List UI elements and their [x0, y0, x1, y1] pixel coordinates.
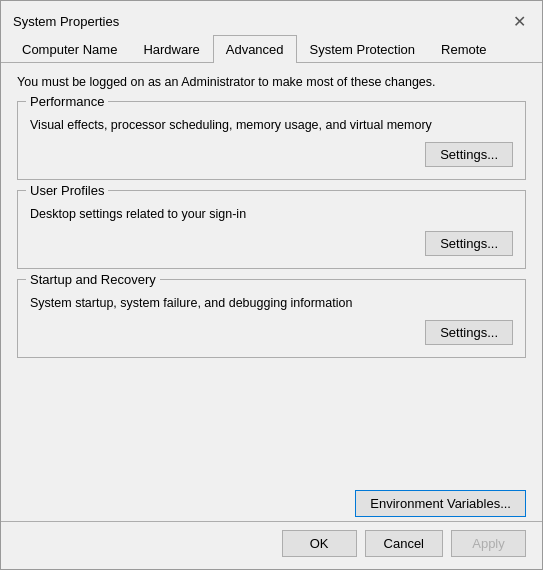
- startup-recovery-section-label: Startup and Recovery: [26, 272, 160, 287]
- tab-content: You must be logged on as an Administrato…: [1, 63, 542, 484]
- tab-bar: Computer Name Hardware Advanced System P…: [1, 35, 542, 63]
- admin-notice: You must be logged on as an Administrato…: [17, 75, 526, 89]
- env-variables-row: Environment Variables...: [1, 484, 542, 521]
- tab-system-protection[interactable]: System Protection: [297, 35, 429, 63]
- system-properties-dialog: System Properties ✕ Computer Name Hardwa…: [0, 0, 543, 570]
- startup-recovery-footer: Settings...: [30, 320, 513, 345]
- ok-button[interactable]: OK: [282, 530, 357, 557]
- close-button[interactable]: ✕: [508, 10, 530, 32]
- title-bar: System Properties ✕: [1, 1, 542, 33]
- user-profiles-section: User Profiles Desktop settings related t…: [17, 190, 526, 269]
- tab-computer-name[interactable]: Computer Name: [9, 35, 130, 63]
- dialog-footer: OK Cancel Apply: [1, 521, 542, 569]
- performance-settings-button[interactable]: Settings...: [425, 142, 513, 167]
- dialog-title: System Properties: [13, 14, 119, 29]
- cancel-button[interactable]: Cancel: [365, 530, 443, 557]
- performance-description: Visual effects, processor scheduling, me…: [30, 118, 513, 132]
- environment-variables-button[interactable]: Environment Variables...: [355, 490, 526, 517]
- user-profiles-settings-button[interactable]: Settings...: [425, 231, 513, 256]
- tab-remote[interactable]: Remote: [428, 35, 500, 63]
- user-profiles-description: Desktop settings related to your sign-in: [30, 207, 513, 221]
- startup-recovery-settings-button[interactable]: Settings...: [425, 320, 513, 345]
- performance-footer: Settings...: [30, 142, 513, 167]
- user-profiles-footer: Settings...: [30, 231, 513, 256]
- apply-button[interactable]: Apply: [451, 530, 526, 557]
- tab-advanced[interactable]: Advanced: [213, 35, 297, 63]
- tab-hardware[interactable]: Hardware: [130, 35, 212, 63]
- user-profiles-section-label: User Profiles: [26, 183, 108, 198]
- startup-recovery-section: Startup and Recovery System startup, sys…: [17, 279, 526, 358]
- performance-section-label: Performance: [26, 94, 108, 109]
- performance-section: Performance Visual effects, processor sc…: [17, 101, 526, 180]
- startup-recovery-description: System startup, system failure, and debu…: [30, 296, 513, 310]
